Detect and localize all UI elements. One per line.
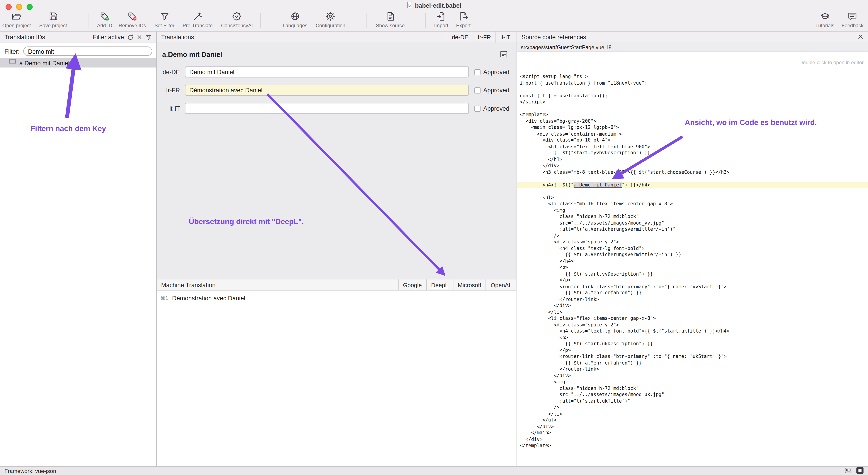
source-reference-item[interactable]: src/pages/start/GuestStartPage.vue:18 (517, 43, 868, 52)
keyboard-icon[interactable] (845, 468, 852, 475)
code-line: </main> (517, 430, 868, 436)
translation-input-fr-FR[interactable] (185, 84, 469, 96)
translation-ids-panel: Translation IDs Filter active Filter: a.… (0, 32, 157, 466)
toolbar-button-label: Export (456, 23, 470, 28)
toolbar-button-configuration[interactable]: Configuration (316, 11, 345, 28)
code-line: </div> (517, 436, 868, 443)
comment-icon[interactable] (500, 50, 507, 59)
code-line: <p> (517, 265, 868, 271)
entry-title: a.Demo mit Daniel (162, 51, 222, 59)
code-line: :alt="t('a.Versicherungsvermittler/-in')… (517, 226, 868, 233)
toolbar-button-remove-ids[interactable]: Remove IDs (119, 11, 146, 28)
translation-input-de-DE[interactable] (185, 66, 469, 77)
toolbar-button-languages[interactable]: Languages (283, 11, 308, 28)
code-line: {{ $t("start.vvDescription") }} (517, 271, 868, 277)
filter-input[interactable] (23, 46, 152, 56)
folder-open-icon (2, 11, 31, 22)
code-view: <script setup lang="ts">import { useTran… (517, 52, 868, 466)
toolbar-button-set-filter[interactable]: Set Filter (154, 11, 174, 28)
code-line: </router-link> (517, 366, 868, 372)
babeledit-window: b babel-edit.babel Open projectSave proj… (0, 0, 868, 475)
code-line: </router-link> (517, 296, 868, 303)
toolbar-button-feedback[interactable]: Feedback (842, 11, 864, 28)
gear-icon (316, 11, 345, 22)
mt-tab-google[interactable]: Google (398, 279, 426, 291)
code-line: <div class="container-medium"> (517, 131, 868, 137)
toolbar-button-import[interactable]: Import (434, 11, 448, 28)
framework-label: Framework: vue-json (4, 468, 56, 474)
translations-panel: Translations de-DEfr-FRit-IT a.Demo mit … (157, 32, 517, 466)
code-line: <template> (517, 112, 868, 118)
toolbar-button-label: Feedback (842, 23, 864, 28)
toolbar-button-consistency-ai[interactable]: ConsistencyAI (221, 11, 253, 28)
toolbar-button-label: Add ID (97, 23, 112, 28)
close-panel-icon[interactable] (858, 34, 864, 41)
code-line: <li class="flex items-center gap-x-8"> (517, 315, 868, 321)
translation-row-fr-FR: fr-FRApproved (162, 84, 511, 96)
filter-label: Filter: (4, 48, 20, 55)
refresh-filter-icon[interactable] (127, 34, 133, 40)
chat-icon (842, 11, 864, 22)
code-line: <img (517, 207, 868, 213)
code-line: class="hidden h-72 md:block" (517, 385, 868, 392)
language-label: fr-FR (162, 87, 180, 94)
code-line: :alt="t('start.ukTitle')" (517, 398, 868, 404)
code-line: /> (517, 404, 868, 411)
code-line: <h4>{{ $t("a.Demo mit Daniel") }}</h4> (517, 182, 868, 188)
approved-checkbox-it-IT[interactable] (474, 105, 480, 112)
mt-result-row[interactable]: ⌘1 Démonstration avec Daniel (157, 291, 517, 302)
mt-tab-deepl[interactable]: DeepL (426, 279, 453, 291)
console-icon[interactable] (857, 467, 864, 475)
code-line: </div> (517, 423, 868, 430)
toolbar: Open projectSave projectAdd IDRemove IDs… (0, 0, 868, 32)
toolbar-button-label: Remove IDs (119, 23, 146, 28)
clear-filter-icon[interactable] (137, 34, 142, 40)
approved-checkbox-de-DE[interactable] (474, 69, 480, 75)
mt-tab-openai[interactable]: OpenAI (486, 279, 515, 291)
toolbar-button-open-project[interactable]: Open project (2, 11, 31, 28)
language-tab-de-DE[interactable]: de-DE (447, 32, 473, 43)
translation-row-de-DE: de-DEApproved (162, 66, 511, 77)
code-line: </p> (517, 347, 868, 353)
mt-tab-microsoft[interactable]: Microsoft (453, 279, 486, 291)
translation-input-it-IT[interactable] (185, 103, 469, 114)
status-bar: Framework: vue-json (0, 466, 868, 475)
toolbar-button-show-source[interactable]: Show source (376, 11, 405, 28)
toolbar-button-save-project[interactable]: Save project (39, 11, 67, 28)
code-line: <li class="mb-16 flex items-center gap-x… (517, 201, 868, 207)
language-tab-it-IT[interactable]: it-IT (496, 32, 515, 43)
filter-icon[interactable] (146, 34, 152, 40)
source-references-panel: Source code references src/pages/start/G… (517, 32, 868, 466)
toolbar-button-label: Configuration (316, 23, 345, 28)
code-line: <h4 class="text-lg font-bold"> (517, 245, 868, 252)
grad-cap-icon (815, 11, 834, 22)
tag-plus-icon (97, 11, 112, 22)
panel-title: Machine Translation (161, 281, 216, 288)
code-line: </ul> (517, 417, 868, 423)
toolbar-button-export[interactable]: Export (456, 11, 470, 28)
toolbar-button-tutorials[interactable]: Tutorials (815, 11, 834, 28)
mt-tabs: GoogleDeepLMicrosoftOpenAI (398, 279, 515, 291)
approved-checkbox-fr-FR[interactable] (474, 87, 480, 93)
translation-id-item[interactable]: a.Demo mit Daniel (0, 58, 156, 67)
code-line: <h1 class="text-left text-blue-900"> (517, 144, 868, 150)
seal-icon (221, 11, 253, 22)
language-tab-fr-FR[interactable]: fr-FR (473, 32, 496, 43)
code-line: </script> (517, 99, 868, 105)
window-chrome: b babel-edit.babel Open projectSave proj… (0, 0, 868, 32)
code-line: {{ $t("a.Mehr erfahren") }} (517, 290, 868, 296)
toolbar-button-add-id[interactable]: Add ID (97, 11, 112, 28)
toolbar-separator (260, 13, 260, 28)
tag-minus-icon (119, 11, 146, 22)
toolbar-button-label: Pre-Translate (183, 23, 213, 28)
language-tabs: de-DEfr-FRit-IT (447, 32, 515, 43)
toolbar-button-pre-translate[interactable]: Pre-Translate (183, 11, 213, 28)
translation-id-label: a.Demo mit Daniel (19, 60, 69, 66)
toolbar-separator (89, 13, 89, 28)
code-line: </div> (517, 373, 868, 379)
wand-icon (183, 11, 213, 22)
code-line: <div class="space-y-2"> (517, 321, 868, 328)
annotation-deepl-text: Übersetzung direkt mit "DeepL". (189, 217, 304, 226)
approved-label: Approved (483, 87, 509, 94)
code-line: </li> (517, 411, 868, 417)
